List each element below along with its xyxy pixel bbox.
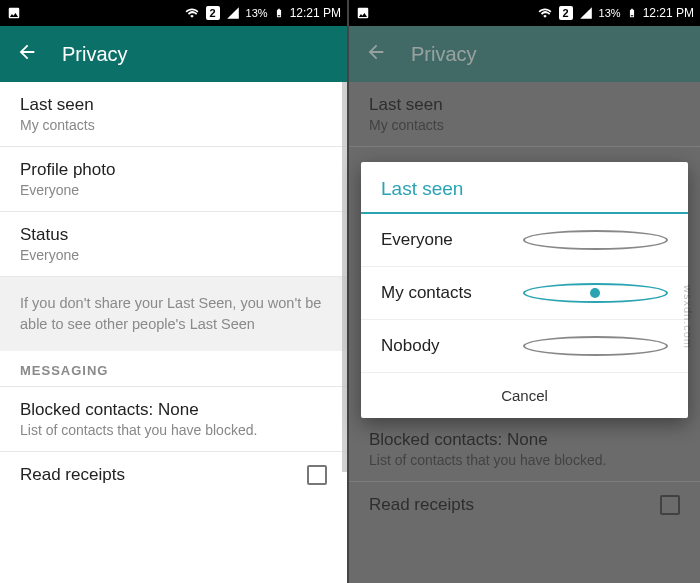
signal-icon (226, 6, 240, 20)
option-label: Nobody (381, 336, 523, 356)
info-note: If you don't share your Last Seen, you w… (0, 277, 347, 351)
back-icon[interactable] (16, 41, 38, 67)
row-blocked-contacts[interactable]: Blocked contacts: None List of contacts … (0, 387, 347, 452)
row-value: Everyone (20, 247, 327, 263)
option-label: Everyone (381, 230, 523, 250)
watermark: wsxdn.com (682, 285, 694, 349)
wifi-icon (537, 6, 553, 20)
status-bar: 2 13% 12:21 PM (349, 0, 700, 26)
page-title: Privacy (62, 43, 128, 66)
row-read-receipts[interactable]: Read receipts (0, 452, 347, 498)
sim-badge: 2 (559, 6, 573, 20)
row-label: Profile photo (20, 160, 327, 180)
signal-icon (579, 6, 593, 20)
screen-privacy-settings: 2 13% 12:21 PM Privacy Last seen My cont… (0, 0, 349, 583)
row-last-seen[interactable]: Last seen My contacts (0, 82, 347, 147)
row-label: Last seen (20, 95, 327, 115)
radio-icon (523, 336, 669, 356)
radio-icon (523, 283, 669, 303)
battery-percent: 13% (599, 7, 621, 19)
scrollbar[interactable] (342, 82, 347, 583)
clock: 12:21 PM (290, 6, 341, 20)
dialog-last-seen: Last seen Everyone My contacts Nobody Ca… (361, 162, 688, 418)
read-receipts-checkbox[interactable] (307, 465, 327, 485)
row-value: Everyone (20, 182, 327, 198)
screen-privacy-dialog: 2 13% 12:21 PM Privacy Last seen My cont… (349, 0, 700, 583)
image-icon (6, 6, 22, 20)
option-my-contacts[interactable]: My contacts (361, 267, 688, 320)
clock: 12:21 PM (643, 6, 694, 20)
app-bar: Privacy (0, 26, 347, 82)
sim-badge: 2 (206, 6, 220, 20)
option-everyone[interactable]: Everyone (361, 214, 688, 267)
cancel-button[interactable]: Cancel (361, 373, 688, 418)
dialog-title: Last seen (361, 162, 688, 214)
row-status[interactable]: Status Everyone (0, 212, 347, 277)
image-icon (355, 6, 371, 20)
wifi-icon (184, 6, 200, 20)
battery-percent: 13% (246, 7, 268, 19)
radio-icon (523, 230, 669, 250)
option-nobody[interactable]: Nobody (361, 320, 688, 373)
option-label: My contacts (381, 283, 523, 303)
status-bar: 2 13% 12:21 PM (0, 0, 347, 26)
row-label: Read receipts (20, 465, 307, 485)
section-messaging: MESSAGING (0, 351, 347, 387)
row-value: List of contacts that you have blocked. (20, 422, 327, 438)
row-value: My contacts (20, 117, 327, 133)
settings-list: Last seen My contacts Profile photo Ever… (0, 82, 347, 583)
row-label: Blocked contacts: None (20, 400, 327, 420)
row-profile-photo[interactable]: Profile photo Everyone (0, 147, 347, 212)
battery-icon (627, 5, 637, 21)
battery-icon (274, 5, 284, 21)
row-label: Status (20, 225, 327, 245)
